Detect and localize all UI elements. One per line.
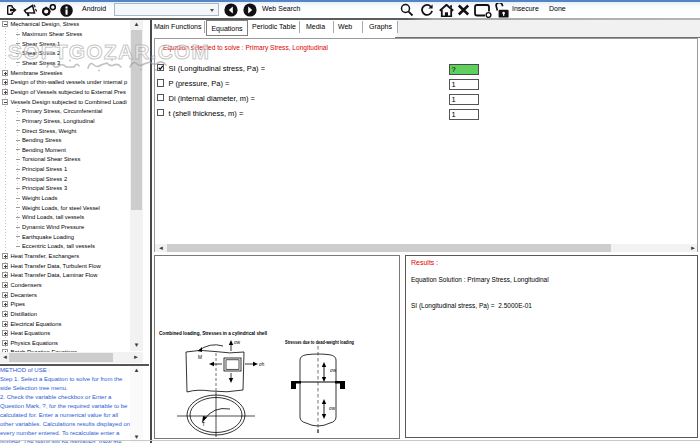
svg-text:σw: σw xyxy=(330,368,337,373)
svg-text:M: M xyxy=(198,355,202,360)
svg-text:T: T xyxy=(202,422,205,427)
svg-text:σw: σw xyxy=(234,340,241,345)
svg-text:σw: σw xyxy=(329,406,336,411)
svg-text:Stresses due to dead-weight lo: Stresses due to dead-weight loading xyxy=(285,339,354,345)
svg-text:Combined loading, Stresses in: Combined loading, Stresses in a cylindri… xyxy=(159,330,267,336)
svg-text:σh: σh xyxy=(259,362,265,367)
